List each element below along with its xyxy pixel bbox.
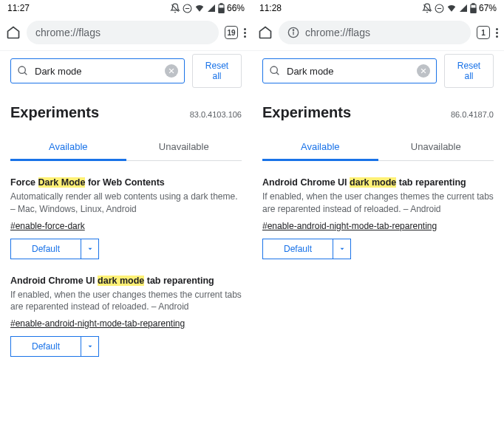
tab-unavailable[interactable]: Unavailable (378, 134, 494, 160)
signal-icon (459, 4, 468, 13)
flag-title: Android Chrome UI dark mode tab reparent… (262, 177, 494, 188)
svg-rect-15 (471, 8, 476, 13)
status-time: 11:28 (259, 3, 282, 13)
home-icon[interactable] (258, 25, 273, 40)
chevron-down-icon (81, 239, 98, 259)
status-bar: 11:28 67% (252, 0, 504, 16)
flag-description: If enabled, when the user changes themes… (262, 191, 494, 216)
chevron-down-icon (333, 239, 350, 259)
home-icon[interactable] (6, 25, 21, 40)
status-bar: 11:27 66% (0, 0, 252, 16)
svg-line-7 (24, 72, 27, 75)
browser-toolbar: chrome://flags 1 (252, 16, 504, 49)
svg-point-18 (293, 30, 293, 30)
flag-link[interactable]: #enable-android-night-mode-tab-reparenti… (10, 318, 185, 329)
search-icon (269, 65, 281, 77)
flag-link[interactable]: #enable-force-dark (10, 221, 85, 231)
flag-search-box[interactable] (10, 58, 185, 83)
highlight: dark mode (350, 177, 396, 188)
tab-bar: Available Unavailable (262, 134, 494, 161)
dnd-icon (183, 4, 192, 13)
page-title: Experiments (262, 104, 351, 121)
svg-line-20 (276, 72, 279, 75)
status-icons: 67% (422, 3, 497, 13)
chevron-down-icon (81, 337, 98, 356)
status-icons: 66% (170, 3, 245, 13)
wifi-icon (194, 3, 205, 13)
flag-description: Automatically render all web contents us… (10, 191, 242, 216)
flag-title: Android Chrome UI dark mode tab reparent… (10, 276, 242, 286)
tab-bar: Available Unavailable (10, 134, 242, 161)
battery-icon (470, 3, 477, 13)
reset-all-button[interactable]: Reset all (192, 54, 242, 88)
tab-switcher-button[interactable]: 19 (225, 26, 238, 39)
url-text: chrome://flags (305, 27, 370, 38)
svg-rect-4 (220, 4, 222, 4)
flag-search-input[interactable] (35, 66, 159, 77)
clear-icon[interactable] (165, 64, 178, 78)
flag-link[interactable]: #enable-android-night-mode-tab-reparenti… (262, 221, 437, 231)
divider (252, 50, 504, 51)
page-title: Experiments (10, 104, 99, 121)
tab-available[interactable]: Available (10, 134, 126, 161)
omnibox[interactable]: chrome://flags (279, 21, 471, 44)
signal-icon (207, 4, 216, 13)
flag-select[interactable]: Default (10, 336, 99, 357)
battery-icon (218, 3, 225, 13)
flag-search-box[interactable] (262, 58, 437, 83)
omnibox[interactable]: chrome://flags (27, 21, 219, 44)
tab-switcher-button[interactable]: 1 (477, 26, 490, 39)
browser-toolbar: chrome://flags 19 (0, 16, 252, 49)
bell-off-icon (170, 3, 180, 13)
divider (0, 50, 252, 51)
tab-available[interactable]: Available (262, 134, 378, 161)
clear-icon[interactable] (417, 64, 430, 78)
status-time: 11:27 (7, 3, 30, 13)
dnd-icon (435, 4, 444, 13)
flag-search-input[interactable] (287, 66, 411, 77)
svg-point-6 (18, 66, 25, 73)
search-icon (17, 65, 29, 77)
bell-off-icon (422, 3, 432, 13)
flag-item: Android Chrome UI dark mode tab reparent… (262, 177, 494, 259)
flag-select[interactable]: Default (10, 239, 99, 259)
flag-item: Android Chrome UI dark mode tab reparent… (10, 276, 242, 358)
reset-all-button[interactable]: Reset all (444, 54, 494, 88)
tab-unavailable[interactable]: Unavailable (126, 134, 242, 160)
highlight: Dark Mode (38, 177, 86, 188)
svg-point-19 (270, 66, 277, 73)
battery-percent: 67% (479, 3, 497, 13)
menu-icon[interactable] (244, 28, 246, 38)
highlight: dark mode (98, 276, 144, 286)
version-text: 86.0.4187.0 (451, 110, 494, 119)
svg-rect-5 (219, 8, 224, 13)
flag-item: Force Dark Mode for Web Contents Automat… (10, 177, 242, 259)
svg-rect-14 (472, 4, 474, 4)
version-text: 83.0.4103.106 (190, 110, 242, 119)
wifi-icon (446, 3, 457, 13)
flag-select[interactable]: Default (262, 239, 351, 259)
url-text: chrome://flags (35, 27, 101, 38)
battery-percent: 66% (227, 3, 245, 13)
info-icon[interactable] (287, 27, 299, 38)
flag-description: If enabled, when the user changes themes… (10, 289, 242, 314)
menu-icon[interactable] (496, 28, 498, 38)
flag-title: Force Dark Mode for Web Contents (10, 177, 242, 188)
